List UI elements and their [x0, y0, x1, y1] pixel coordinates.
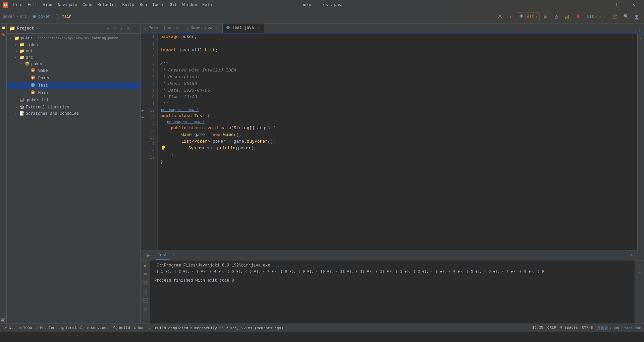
- editor-check-icon: ✓: [638, 35, 644, 41]
- close-button[interactable]: ×: [626, 0, 641, 10]
- tree-poker-class[interactable]: ▷ P Poker: [7, 75, 141, 82]
- status-encoding[interactable]: UTF-8: [582, 326, 593, 331]
- code-editor[interactable]: 1 2 3 4 5 6 7 8 9 10 11 ▶ 12 ▶: [141, 34, 644, 250]
- stop-button[interactable]: ■: [573, 12, 583, 21]
- status-indent[interactable]: 4 spaces: [560, 326, 578, 331]
- run-settings-btn[interactable]: ⚙: [629, 252, 635, 258]
- tabs-more-button[interactable]: ⋮: [635, 28, 644, 33]
- tab-test-java[interactable]: T Test.java ×: [223, 23, 264, 33]
- tree-poker-iml[interactable]: ▷ iml poker.iml: [7, 97, 141, 104]
- svg-rect-32: [144, 301, 148, 302]
- tree-external-libs[interactable]: ▷ 📚 External Libraries: [7, 104, 141, 110]
- code-line-11: */: [160, 101, 633, 107]
- sidebar-structure-icon[interactable]: [0, 317, 6, 324]
- run-scroll-end-btn[interactable]: ⇩: [637, 262, 643, 268]
- toolbar-avatar-btn[interactable]: [632, 12, 641, 21]
- status-services-label: Services: [91, 326, 109, 330]
- menu-code[interactable]: Code: [80, 2, 94, 8]
- menu-view[interactable]: View: [41, 2, 55, 8]
- run-gutter-13[interactable]: ▶: [142, 114, 144, 120]
- sidebar-bookmarks-icon[interactable]: 🔖: [0, 32, 6, 38]
- status-git[interactable]: ⎇ Git: [3, 326, 15, 331]
- breadcrumb-poker[interactable]: T: [32, 14, 37, 19]
- menu-run[interactable]: Run: [138, 2, 149, 8]
- status-problems[interactable]: ⚠ Problems: [36, 326, 57, 331]
- menu-tools[interactable]: Tools: [150, 2, 166, 8]
- git-check3[interactable]: ✓: [603, 14, 605, 19]
- menu-build[interactable]: Build: [120, 2, 136, 8]
- debug-button[interactable]: [552, 12, 561, 21]
- run-tab-close[interactable]: ×: [173, 253, 175, 257]
- tab-game-icon: ☕: [186, 26, 189, 31]
- breadcrumb-main[interactable]: main: [62, 14, 71, 19]
- git-check1[interactable]: ✓: [595, 14, 598, 19]
- menu-git[interactable]: Git: [168, 2, 179, 8]
- project-settings-btn[interactable]: ⚙: [125, 26, 131, 32]
- git-check2[interactable]: ✓: [599, 14, 601, 19]
- breadcrumb-src[interactable]: src: [20, 14, 27, 19]
- run-wrap-btn[interactable]: ↵: [637, 269, 643, 275]
- breadcrumb-project[interactable]: poker: [3, 14, 15, 19]
- run-minimize-btn[interactable]: −: [635, 252, 641, 258]
- tree-test-class[interactable]: ▷ T Test: [7, 82, 141, 89]
- tab-test-close[interactable]: ×: [256, 26, 261, 30]
- git-arrow[interactable]: ↑: [607, 14, 609, 19]
- status-linesep[interactable]: CRLF: [547, 326, 556, 331]
- coverage-button[interactable]: [562, 12, 572, 21]
- run-filter-btn[interactable]: [142, 279, 149, 287]
- tree-idea[interactable]: ▷ 📁 .idea: [7, 42, 141, 48]
- toolbar-update-btn[interactable]: [610, 12, 620, 21]
- bulb-icon[interactable]: 💡: [160, 145, 166, 152]
- project-locate-btn[interactable]: ⊕: [105, 26, 111, 32]
- tree-scratches[interactable]: ▷ 📝 Scratches and Consoles: [7, 110, 141, 117]
- menu-help[interactable]: Help: [200, 2, 214, 8]
- tree-game-class[interactable]: ▷ G Game: [7, 67, 141, 75]
- status-run-btn[interactable]: ▶ Run: [134, 326, 145, 331]
- tab-game-java[interactable]: ☕ Game.java ×: [183, 23, 223, 33]
- status-services[interactable]: ⚙ Services: [87, 326, 109, 331]
- tab-test-icon: T: [226, 26, 230, 31]
- menu-edit[interactable]: Edit: [26, 2, 40, 8]
- menu-navigate[interactable]: Navigate: [56, 2, 79, 8]
- right-editor-toolbar: ✓: [637, 34, 644, 250]
- status-terminal[interactable]: ▣ Terminal: [62, 326, 83, 331]
- run-button[interactable]: ▶: [541, 12, 550, 21]
- run-pin-btn[interactable]: [142, 288, 149, 295]
- sidebar-project-icon[interactable]: 📁: [0, 25, 6, 31]
- menu-file[interactable]: File: [11, 2, 24, 8]
- maximize-button[interactable]: ⧠: [610, 0, 626, 10]
- run-clear-btn[interactable]: [142, 305, 149, 313]
- toolbar-back-btn[interactable]: ◁: [506, 12, 516, 21]
- window-controls: − ⧠ ×: [595, 0, 641, 10]
- tab-game-label: Game.java: [191, 26, 212, 31]
- run-layout-btn[interactable]: [142, 297, 149, 304]
- project-sort-btn[interactable]: ⇅: [118, 26, 124, 32]
- breadcrumb-test[interactable]: poker: [38, 14, 50, 19]
- status-todo[interactable]: ☑ TODO: [19, 326, 32, 331]
- toolbar-profile-btn[interactable]: [495, 12, 505, 21]
- run-rerun-btn[interactable]: ▶: [142, 262, 149, 269]
- menu-window[interactable]: Window: [180, 2, 199, 8]
- svg-rect-31: [144, 298, 148, 300]
- tree-poker-pkg[interactable]: ▾ 📦 poker: [7, 61, 141, 67]
- minimize-button[interactable]: −: [595, 0, 610, 10]
- menu-refactor[interactable]: Refactor: [96, 2, 119, 8]
- code-line-14: Game game = new Game();: [160, 132, 633, 138]
- run-stop-btn[interactable]: ■: [142, 271, 149, 278]
- tab-poker-close[interactable]: ×: [175, 26, 179, 31]
- tree-main-class[interactable]: ▷ M Main: [7, 89, 141, 97]
- project-scroll-btn[interactable]: ≡: [112, 26, 118, 32]
- status-build-btn[interactable]: 🔨 Build: [113, 326, 130, 331]
- run-config-dropdown[interactable]: T Test ▾: [517, 12, 540, 21]
- tab-poker-java[interactable]: ☕ Poker.java ×: [141, 23, 183, 33]
- status-cursor[interactable]: 16:35: [532, 326, 543, 331]
- toolbar-search-btn[interactable]: 🔍: [621, 12, 631, 21]
- project-minimize-btn[interactable]: −: [132, 26, 138, 32]
- tree-out[interactable]: ▷ 📁 out: [7, 48, 141, 54]
- tree-root-poker[interactable]: ▾ 📁 poker D:\code\this-is-my-java-se-lea…: [7, 35, 141, 42]
- run-tab-test[interactable]: Test: [156, 251, 169, 260]
- tree-src[interactable]: ▾ 📁 src: [7, 54, 141, 61]
- code-content[interactable]: package poker; import java.util.List; /*…: [158, 34, 633, 250]
- tab-game-close[interactable]: ×: [214, 26, 219, 31]
- run-gutter-12[interactable]: ▶: [142, 108, 144, 114]
